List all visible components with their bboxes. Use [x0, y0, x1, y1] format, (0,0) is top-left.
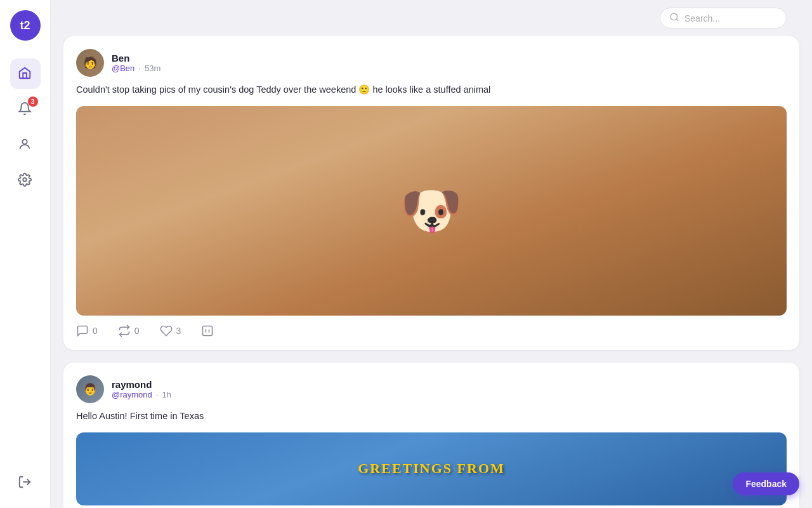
- sidebar-item-notifications[interactable]: 3: [10, 94, 41, 124]
- svg-rect-5: [203, 326, 213, 335]
- sidebar-item-profile[interactable]: [10, 130, 41, 160]
- search-bar[interactable]: Search...: [660, 8, 787, 29]
- sidebar-item-settings[interactable]: [10, 165, 41, 196]
- person-icon: [18, 137, 33, 152]
- comment-icon: [76, 324, 89, 337]
- repost-count: 0: [134, 326, 140, 336]
- svg-point-1: [23, 178, 27, 182]
- search-icon: [669, 12, 679, 24]
- post-text: Hello Austin! First time in Texas: [76, 410, 787, 424]
- post-time: 53m: [145, 64, 160, 73]
- comment-count: 0: [93, 326, 98, 336]
- heart-icon: [160, 324, 173, 337]
- post-meta: raymond @raymond · 1h: [112, 379, 171, 399]
- post-dot: ·: [138, 64, 141, 73]
- svg-line-4: [676, 19, 678, 21]
- post-time: 1h: [162, 390, 171, 399]
- post-handle-time: @raymond · 1h: [112, 390, 171, 399]
- feedback-button[interactable]: Feedback: [733, 472, 799, 495]
- home-icon: [18, 66, 33, 81]
- sidebar: t2 3: [0, 0, 51, 508]
- post-handle-time: @Ben · 53m: [112, 64, 160, 73]
- repost-button[interactable]: 0: [118, 324, 140, 337]
- svg-point-0: [22, 140, 27, 144]
- app-logo[interactable]: t2: [10, 10, 41, 41]
- repost-icon: [118, 324, 131, 337]
- post-dot: ·: [156, 390, 159, 399]
- share-icon: [201, 324, 214, 337]
- post-card: 🧑 Ben @Ben · 53m Couldn't stop taking pi…: [63, 36, 799, 350]
- avatar: 👨: [76, 375, 104, 403]
- sidebar-item-logout[interactable]: [10, 467, 41, 498]
- search-placeholder: Search...: [684, 13, 720, 23]
- main-feed: Search... 🧑 Ben @Ben · 53m Couldn't stop…: [51, 0, 812, 508]
- post-card: 👨 raymond @raymond · 1h Hello Austin! Fi…: [63, 363, 799, 508]
- svg-point-3: [671, 13, 678, 20]
- austin-mural-text: GREETINGS FROM: [358, 460, 505, 477]
- comment-button[interactable]: 0: [76, 324, 98, 337]
- post-username: raymond: [112, 379, 171, 390]
- gear-icon: [18, 173, 33, 188]
- post-text: Couldn't stop taking pics of my cousin's…: [76, 83, 787, 97]
- like-count: 3: [176, 326, 181, 336]
- post-image: [76, 106, 787, 316]
- post-handle: @raymond: [112, 390, 152, 399]
- post-actions: 0 0: [76, 324, 787, 337]
- post-header: 👨 raymond @raymond · 1h: [76, 375, 787, 403]
- post-username: Ben: [112, 53, 160, 64]
- like-button[interactable]: 3: [160, 324, 181, 337]
- sidebar-item-home[interactable]: [10, 58, 41, 89]
- avatar: 🧑: [76, 49, 104, 77]
- post-meta: Ben @Ben · 53m: [112, 53, 160, 73]
- header: Search...: [63, 0, 799, 36]
- post-handle: @Ben: [112, 64, 134, 73]
- post-header: 🧑 Ben @Ben · 53m: [76, 49, 787, 77]
- post-image: GREETINGS FROM: [76, 432, 787, 505]
- logout-icon: [18, 475, 33, 490]
- share-button[interactable]: [201, 324, 214, 337]
- notification-badge: 3: [28, 97, 38, 107]
